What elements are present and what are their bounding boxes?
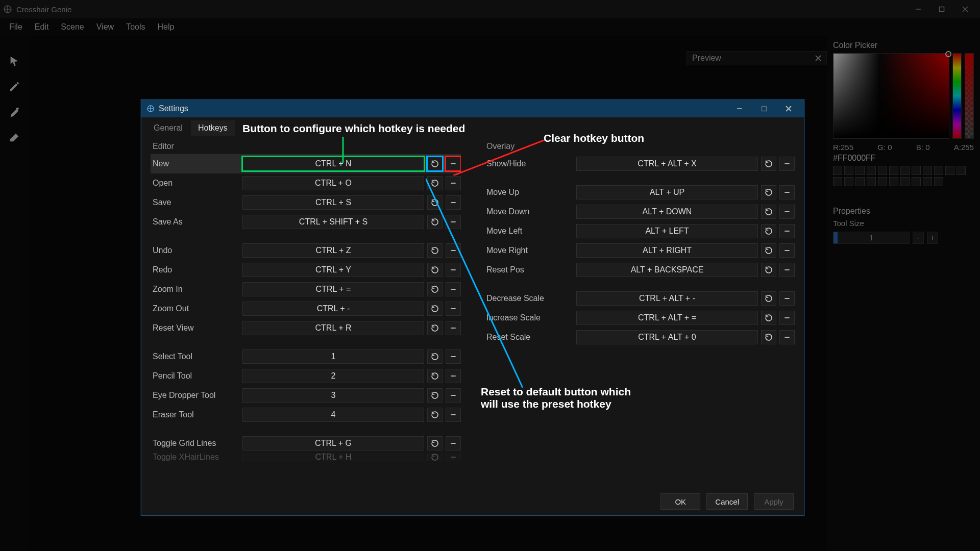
hex-value[interactable]: #FF0000FF: [833, 154, 974, 163]
reset-hotkey-button[interactable]: [427, 157, 443, 171]
hotkey-field[interactable]: CTRL + =: [242, 282, 424, 296]
preview-close-icon[interactable]: [815, 55, 821, 61]
hotkey-field[interactable]: ALT + UP: [576, 185, 758, 199]
swatch[interactable]: [833, 166, 842, 175]
reset-hotkey-button[interactable]: [427, 408, 443, 422]
sv-field[interactable]: [833, 53, 949, 139]
reset-hotkey-button[interactable]: [427, 388, 443, 403]
reset-hotkey-button[interactable]: [761, 311, 776, 325]
tab-general[interactable]: General: [146, 120, 190, 136]
menu-edit[interactable]: Edit: [29, 19, 55, 35]
swatch[interactable]: [855, 177, 865, 186]
reset-hotkey-button[interactable]: [761, 263, 776, 277]
menu-file[interactable]: File: [3, 19, 29, 35]
clear-hotkey-button[interactable]: [446, 453, 461, 461]
clear-hotkey-button[interactable]: [779, 185, 795, 199]
swatch[interactable]: [934, 177, 943, 186]
dialog-titlebar[interactable]: Settings: [141, 100, 804, 117]
reset-hotkey-button[interactable]: [761, 185, 776, 199]
menu-tools[interactable]: Tools: [120, 19, 151, 35]
dialog-maximize-button[interactable]: [754, 100, 774, 117]
hotkey-field[interactable]: 3: [242, 388, 424, 403]
hotkey-field[interactable]: ALT + LEFT: [576, 224, 758, 238]
hotkey-field[interactable]: ALT + RIGHT: [576, 243, 758, 258]
hotkey-field[interactable]: CTRL + SHIFT + S: [242, 215, 424, 229]
swatch[interactable]: [889, 166, 898, 175]
reset-hotkey-button[interactable]: [761, 224, 776, 238]
swatch[interactable]: [889, 177, 898, 186]
select-tool-icon[interactable]: [7, 54, 21, 68]
swatch[interactable]: [923, 177, 932, 186]
swatch[interactable]: [934, 166, 943, 175]
hotkey-field[interactable]: 1: [242, 349, 424, 364]
cancel-button[interactable]: Cancel: [706, 493, 748, 510]
hotkey-field[interactable]: CTRL + R: [242, 321, 424, 335]
dialog-close-button[interactable]: [778, 100, 799, 117]
minimize-button[interactable]: [906, 0, 930, 18]
hotkey-field[interactable]: 2: [242, 369, 424, 383]
menu-view[interactable]: View: [90, 19, 120, 35]
maximize-button[interactable]: [930, 0, 953, 18]
swatch[interactable]: [957, 166, 966, 175]
hotkey-field[interactable]: CTRL + Z: [242, 243, 424, 258]
swatch[interactable]: [855, 166, 865, 175]
hotkey-field[interactable]: CTRL + ALT + =: [576, 311, 758, 325]
swatch[interactable]: [945, 166, 954, 175]
hotkey-field[interactable]: CTRL + H: [242, 453, 424, 461]
hotkey-field[interactable]: CTRL + ALT + 0: [576, 330, 758, 344]
menu-scene[interactable]: Scene: [55, 19, 90, 35]
tab-hotkeys[interactable]: Hotkeys: [191, 120, 235, 136]
reset-hotkey-button[interactable]: [761, 205, 776, 219]
clear-hotkey-button[interactable]: [779, 243, 795, 258]
hotkey-field[interactable]: CTRL + -: [242, 302, 424, 316]
eyedropper-tool-icon[interactable]: [7, 105, 21, 119]
swatch[interactable]: [900, 177, 910, 186]
hotkey-field[interactable]: CTRL + Y: [242, 263, 424, 277]
hotkey-field[interactable]: CTRL + G: [242, 436, 424, 450]
hotkey-field[interactable]: ALT + DOWN: [576, 205, 758, 219]
tool-size-decrement[interactable]: -: [913, 232, 924, 244]
hotkey-field[interactable]: 4: [242, 408, 424, 422]
tool-size-field[interactable]: 1: [833, 232, 910, 244]
clear-hotkey-button[interactable]: [779, 157, 795, 171]
swatch[interactable]: [844, 177, 853, 186]
eraser-tool-icon[interactable]: [7, 131, 21, 145]
alpha-slider[interactable]: [965, 53, 974, 139]
clear-hotkey-button[interactable]: [779, 330, 795, 344]
hotkey-field[interactable]: CTRL + ALT + X: [576, 157, 758, 171]
tool-size-increment[interactable]: +: [927, 232, 938, 244]
swatch[interactable]: [844, 166, 853, 175]
pencil-tool-icon[interactable]: [7, 80, 21, 94]
close-button[interactable]: [953, 0, 977, 18]
swatch[interactable]: [867, 177, 876, 186]
swatch[interactable]: [900, 166, 910, 175]
menu-help[interactable]: Help: [151, 19, 180, 35]
swatch[interactable]: [867, 166, 876, 175]
clear-hotkey-button[interactable]: [779, 263, 795, 277]
hotkey-field[interactable]: CTRL + ALT + -: [576, 291, 758, 306]
swatch[interactable]: [833, 177, 842, 186]
reset-hotkey-button[interactable]: [761, 157, 776, 171]
ok-button[interactable]: OK: [660, 493, 700, 510]
reset-hotkey-button[interactable]: [427, 436, 443, 450]
swatch[interactable]: [923, 166, 932, 175]
swatch[interactable]: [912, 177, 921, 186]
hotkey-field[interactable]: CTRL + O: [242, 176, 424, 190]
reset-hotkey-button[interactable]: [761, 330, 776, 344]
reset-hotkey-button[interactable]: [761, 291, 776, 306]
hotkey-field[interactable]: CTRL + N: [242, 157, 424, 171]
swatch[interactable]: [878, 177, 887, 186]
clear-hotkey-button[interactable]: [779, 291, 795, 306]
hue-slider[interactable]: [952, 53, 962, 139]
dialog-minimize-button[interactable]: [729, 100, 750, 117]
swatch[interactable]: [912, 166, 921, 175]
reset-hotkey-button[interactable]: [761, 243, 776, 258]
clear-hotkey-button[interactable]: [446, 388, 461, 403]
clear-hotkey-button[interactable]: [779, 311, 795, 325]
hotkey-field[interactable]: ALT + BACKSPACE: [576, 263, 758, 277]
clear-hotkey-button[interactable]: [779, 205, 795, 219]
clear-hotkey-button[interactable]: [779, 224, 795, 238]
reset-hotkey-button[interactable]: [427, 453, 443, 461]
hotkey-field[interactable]: CTRL + S: [242, 195, 424, 210]
clear-hotkey-button[interactable]: [446, 408, 461, 422]
